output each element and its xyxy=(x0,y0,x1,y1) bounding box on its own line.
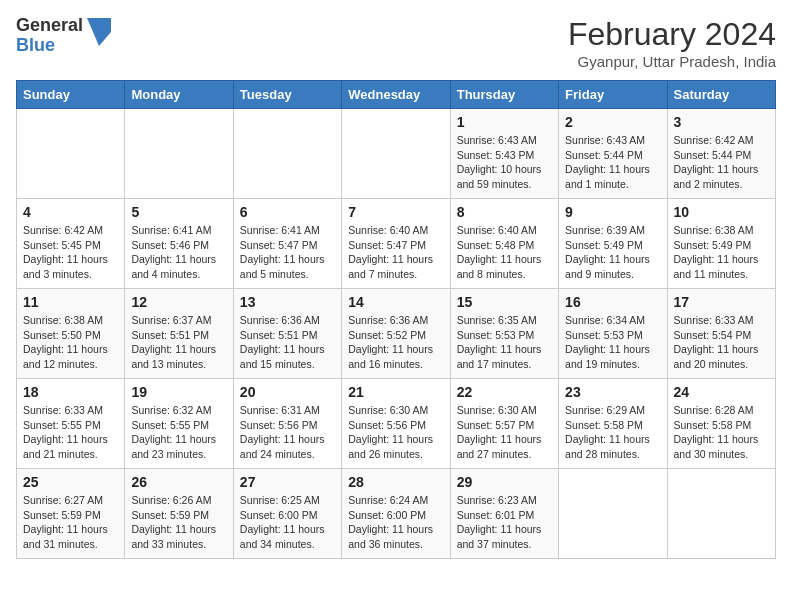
table-row: 13Sunrise: 6:36 AM Sunset: 5:51 PM Dayli… xyxy=(233,289,341,379)
table-row: 18Sunrise: 6:33 AM Sunset: 5:55 PM Dayli… xyxy=(17,379,125,469)
day-info: Sunrise: 6:23 AM Sunset: 6:01 PM Dayligh… xyxy=(457,493,552,552)
day-number: 29 xyxy=(457,474,552,490)
table-row xyxy=(233,109,341,199)
day-number: 5 xyxy=(131,204,226,220)
day-number: 9 xyxy=(565,204,660,220)
col-sunday: Sunday xyxy=(17,81,125,109)
table-row: 24Sunrise: 6:28 AM Sunset: 5:58 PM Dayli… xyxy=(667,379,775,469)
calendar-header: Sunday Monday Tuesday Wednesday Thursday… xyxy=(17,81,776,109)
day-info: Sunrise: 6:42 AM Sunset: 5:45 PM Dayligh… xyxy=(23,223,118,282)
day-info: Sunrise: 6:43 AM Sunset: 5:43 PM Dayligh… xyxy=(457,133,552,192)
table-row: 20Sunrise: 6:31 AM Sunset: 5:56 PM Dayli… xyxy=(233,379,341,469)
day-number: 27 xyxy=(240,474,335,490)
day-number: 6 xyxy=(240,204,335,220)
day-info: Sunrise: 6:27 AM Sunset: 5:59 PM Dayligh… xyxy=(23,493,118,552)
day-info: Sunrise: 6:32 AM Sunset: 5:55 PM Dayligh… xyxy=(131,403,226,462)
day-number: 13 xyxy=(240,294,335,310)
svg-marker-0 xyxy=(87,18,111,46)
table-row: 19Sunrise: 6:32 AM Sunset: 5:55 PM Dayli… xyxy=(125,379,233,469)
day-number: 1 xyxy=(457,114,552,130)
day-number: 7 xyxy=(348,204,443,220)
logo-general: General xyxy=(16,16,83,36)
table-row: 5Sunrise: 6:41 AM Sunset: 5:46 PM Daylig… xyxy=(125,199,233,289)
day-info: Sunrise: 6:30 AM Sunset: 5:57 PM Dayligh… xyxy=(457,403,552,462)
table-row: 7Sunrise: 6:40 AM Sunset: 5:47 PM Daylig… xyxy=(342,199,450,289)
day-number: 17 xyxy=(674,294,769,310)
col-saturday: Saturday xyxy=(667,81,775,109)
day-number: 14 xyxy=(348,294,443,310)
day-number: 8 xyxy=(457,204,552,220)
title-area: February 2024 Gyanpur, Uttar Pradesh, In… xyxy=(568,16,776,70)
day-info: Sunrise: 6:31 AM Sunset: 5:56 PM Dayligh… xyxy=(240,403,335,462)
day-info: Sunrise: 6:28 AM Sunset: 5:58 PM Dayligh… xyxy=(674,403,769,462)
logo: General Blue xyxy=(16,16,111,56)
day-number: 15 xyxy=(457,294,552,310)
table-row xyxy=(125,109,233,199)
table-row: 25Sunrise: 6:27 AM Sunset: 5:59 PM Dayli… xyxy=(17,469,125,559)
table-row: 8Sunrise: 6:40 AM Sunset: 5:48 PM Daylig… xyxy=(450,199,558,289)
table-row: 14Sunrise: 6:36 AM Sunset: 5:52 PM Dayli… xyxy=(342,289,450,379)
day-info: Sunrise: 6:37 AM Sunset: 5:51 PM Dayligh… xyxy=(131,313,226,372)
day-info: Sunrise: 6:26 AM Sunset: 5:59 PM Dayligh… xyxy=(131,493,226,552)
day-info: Sunrise: 6:40 AM Sunset: 5:47 PM Dayligh… xyxy=(348,223,443,282)
col-monday: Monday xyxy=(125,81,233,109)
table-row: 12Sunrise: 6:37 AM Sunset: 5:51 PM Dayli… xyxy=(125,289,233,379)
day-number: 26 xyxy=(131,474,226,490)
day-info: Sunrise: 6:36 AM Sunset: 5:52 PM Dayligh… xyxy=(348,313,443,372)
table-row: 2Sunrise: 6:43 AM Sunset: 5:44 PM Daylig… xyxy=(559,109,667,199)
table-row: 3Sunrise: 6:42 AM Sunset: 5:44 PM Daylig… xyxy=(667,109,775,199)
day-info: Sunrise: 6:30 AM Sunset: 5:56 PM Dayligh… xyxy=(348,403,443,462)
day-number: 28 xyxy=(348,474,443,490)
day-info: Sunrise: 6:33 AM Sunset: 5:55 PM Dayligh… xyxy=(23,403,118,462)
day-number: 4 xyxy=(23,204,118,220)
day-number: 3 xyxy=(674,114,769,130)
table-row: 27Sunrise: 6:25 AM Sunset: 6:00 PM Dayli… xyxy=(233,469,341,559)
table-row: 4Sunrise: 6:42 AM Sunset: 5:45 PM Daylig… xyxy=(17,199,125,289)
table-row: 6Sunrise: 6:41 AM Sunset: 5:47 PM Daylig… xyxy=(233,199,341,289)
table-row: 23Sunrise: 6:29 AM Sunset: 5:58 PM Dayli… xyxy=(559,379,667,469)
table-row: 11Sunrise: 6:38 AM Sunset: 5:50 PM Dayli… xyxy=(17,289,125,379)
table-row: 17Sunrise: 6:33 AM Sunset: 5:54 PM Dayli… xyxy=(667,289,775,379)
col-wednesday: Wednesday xyxy=(342,81,450,109)
day-info: Sunrise: 6:33 AM Sunset: 5:54 PM Dayligh… xyxy=(674,313,769,372)
table-row xyxy=(667,469,775,559)
calendar-body: 1Sunrise: 6:43 AM Sunset: 5:43 PM Daylig… xyxy=(17,109,776,559)
day-number: 19 xyxy=(131,384,226,400)
col-thursday: Thursday xyxy=(450,81,558,109)
logo-blue: Blue xyxy=(16,36,83,56)
day-info: Sunrise: 6:35 AM Sunset: 5:53 PM Dayligh… xyxy=(457,313,552,372)
day-info: Sunrise: 6:40 AM Sunset: 5:48 PM Dayligh… xyxy=(457,223,552,282)
table-row: 1Sunrise: 6:43 AM Sunset: 5:43 PM Daylig… xyxy=(450,109,558,199)
day-info: Sunrise: 6:43 AM Sunset: 5:44 PM Dayligh… xyxy=(565,133,660,192)
calendar-subtitle: Gyanpur, Uttar Pradesh, India xyxy=(568,53,776,70)
day-info: Sunrise: 6:34 AM Sunset: 5:53 PM Dayligh… xyxy=(565,313,660,372)
day-number: 22 xyxy=(457,384,552,400)
table-row xyxy=(17,109,125,199)
table-row: 15Sunrise: 6:35 AM Sunset: 5:53 PM Dayli… xyxy=(450,289,558,379)
day-number: 10 xyxy=(674,204,769,220)
table-row: 29Sunrise: 6:23 AM Sunset: 6:01 PM Dayli… xyxy=(450,469,558,559)
col-friday: Friday xyxy=(559,81,667,109)
day-number: 16 xyxy=(565,294,660,310)
day-number: 20 xyxy=(240,384,335,400)
day-number: 11 xyxy=(23,294,118,310)
table-row: 28Sunrise: 6:24 AM Sunset: 6:00 PM Dayli… xyxy=(342,469,450,559)
day-number: 24 xyxy=(674,384,769,400)
table-row xyxy=(342,109,450,199)
table-row: 16Sunrise: 6:34 AM Sunset: 5:53 PM Dayli… xyxy=(559,289,667,379)
table-row xyxy=(559,469,667,559)
day-info: Sunrise: 6:24 AM Sunset: 6:00 PM Dayligh… xyxy=(348,493,443,552)
table-row: 21Sunrise: 6:30 AM Sunset: 5:56 PM Dayli… xyxy=(342,379,450,469)
table-row: 22Sunrise: 6:30 AM Sunset: 5:57 PM Dayli… xyxy=(450,379,558,469)
day-info: Sunrise: 6:41 AM Sunset: 5:46 PM Dayligh… xyxy=(131,223,226,282)
table-row: 10Sunrise: 6:38 AM Sunset: 5:49 PM Dayli… xyxy=(667,199,775,289)
calendar-table: Sunday Monday Tuesday Wednesday Thursday… xyxy=(16,80,776,559)
header: General Blue February 2024 Gyanpur, Utta… xyxy=(16,16,776,70)
day-number: 25 xyxy=(23,474,118,490)
day-info: Sunrise: 6:38 AM Sunset: 5:49 PM Dayligh… xyxy=(674,223,769,282)
day-info: Sunrise: 6:41 AM Sunset: 5:47 PM Dayligh… xyxy=(240,223,335,282)
day-number: 18 xyxy=(23,384,118,400)
day-info: Sunrise: 6:25 AM Sunset: 6:00 PM Dayligh… xyxy=(240,493,335,552)
table-row: 9Sunrise: 6:39 AM Sunset: 5:49 PM Daylig… xyxy=(559,199,667,289)
col-tuesday: Tuesday xyxy=(233,81,341,109)
